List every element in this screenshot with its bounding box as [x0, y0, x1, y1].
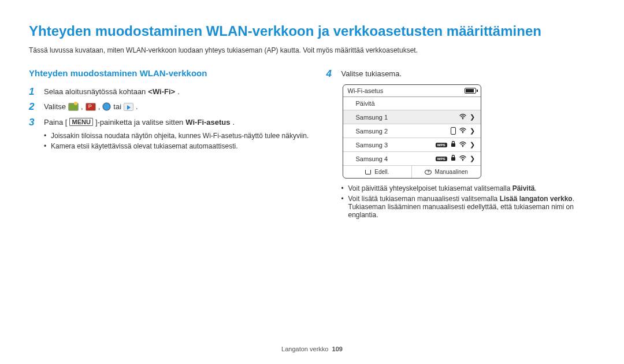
step4-text: Valitse tukiasema. — [341, 68, 596, 78]
wifi-icon — [459, 114, 466, 121]
step3-mid: ]-painiketta ja valitse sitten — [95, 118, 183, 127]
chevron-right-icon: ❯ — [470, 155, 475, 162]
ap-row-1-label: Samsung 1 — [356, 114, 388, 121]
chevron-right-icon: ❯ — [470, 141, 475, 148]
step-num-2: 2 — [29, 101, 38, 113]
svg-point-1 — [462, 132, 463, 133]
rb2-bold: Lisää langaton verkko — [500, 195, 573, 203]
step1-bold: <Wi-Fi> — [148, 87, 175, 96]
step2-mid2: , — [98, 102, 101, 111]
ap-row-4-label: Samsung 4 — [356, 155, 388, 162]
ap-row-3[interactable]: Samsung 3 WPS ❯ — [343, 138, 481, 152]
lock-icon — [451, 141, 456, 148]
step3-pre: Paina [ — [44, 118, 67, 127]
right-bullet-2: Voit lisätä tukiaseman manuaalisesti val… — [341, 195, 596, 219]
step2-mid3: tai — [113, 102, 121, 111]
ap-row-2-label: Samsung 2 — [356, 128, 388, 135]
wifi-icon — [459, 155, 466, 162]
back-label: Edell. — [374, 169, 389, 175]
ap-row-4[interactable]: Samsung 4 WPS ❯ — [343, 152, 481, 166]
svg-point-5 — [462, 159, 463, 161]
rb1-bold: Päivitä — [512, 184, 535, 192]
step-num-4: 4 — [326, 68, 336, 80]
refresh-label: Päivitä — [356, 100, 375, 107]
svg-point-0 — [462, 118, 463, 119]
chevron-right-icon: ❯ — [470, 113, 475, 121]
manual-label: Manuaalinen — [435, 169, 468, 175]
wifi-icon — [459, 142, 466, 148]
ap-refresh-row[interactable]: Päivitä — [343, 97, 481, 110]
ap-row-3-label: Samsung 3 — [356, 142, 388, 148]
svg-rect-4 — [451, 157, 455, 161]
page-title: Yhteyden muodostaminen WLAN-verkkoon ja … — [29, 23, 595, 39]
step1-suf: . — [177, 87, 180, 96]
ap-selection-panel: Wi-Fi-asetus Päivitä Samsung 1 ❯ Samsung… — [343, 84, 481, 179]
svg-point-3 — [462, 146, 463, 147]
right-bullet-1: Voit päivittää yhteyskelpoiset tukiasema… — [341, 184, 596, 192]
wps-icon: WPS — [436, 157, 447, 161]
ap-row-2[interactable]: Samsung 2 ❯ — [343, 124, 481, 138]
footer-page: 109 — [332, 346, 343, 352]
left-bullet-2: Kamera etsii käytettävissä olevat tukias… — [44, 142, 309, 150]
ap-row-1[interactable]: Samsung 1 ❯ — [343, 110, 481, 124]
panel-back-button[interactable]: Edell. — [343, 166, 413, 178]
back-icon — [365, 170, 371, 174]
chevron-right-icon: ❯ — [470, 127, 475, 135]
svg-rect-2 — [451, 143, 455, 147]
panel-title: Wi-Fi-asetus — [348, 87, 384, 94]
step2-suf: . — [136, 102, 138, 111]
wifi-icon — [459, 128, 466, 135]
step-num-1: 1 — [29, 86, 38, 98]
menu-button-icon: MENU — [69, 118, 92, 126]
intro-text: Tässä luvussa kuvataan, miten WLAN-verkk… — [29, 46, 595, 54]
step2-mid1: , — [81, 102, 83, 111]
rb1-suf: . — [534, 184, 536, 192]
globe-icon — [102, 102, 111, 111]
section-subhead: Yhteyden muodostaminen WLAN-verkkoon — [29, 68, 309, 78]
left-bullet-1: Joissakin tiloissa noudata näytön ohjeit… — [44, 132, 309, 140]
play-icon — [124, 103, 133, 111]
step3-suf: . — [233, 118, 235, 127]
panel-manual-button[interactable]: Manuaalinen — [412, 166, 481, 178]
scene-icon — [68, 103, 79, 111]
program-icon — [86, 103, 96, 111]
step2-pre: Valitse — [44, 102, 66, 111]
step3-bold: Wi-Fi-asetus — [185, 118, 230, 127]
lock-icon — [451, 155, 456, 162]
step-num-3: 3 — [29, 117, 38, 128]
rb2-pre: Voit lisätä tukiaseman manuaalisesti val… — [348, 195, 500, 203]
wps-icon: WPS — [436, 143, 447, 147]
battery-icon — [465, 88, 476, 94]
footer-section: Langaton verkko — [281, 346, 328, 352]
rb1-pre: Voit päivittää yhteyskelpoiset tukiasema… — [348, 184, 512, 192]
phone-icon — [451, 127, 456, 135]
step1-pre: Selaa aloitusnäytössä kohtaan — [44, 87, 146, 96]
page-footer: Langaton verkko 109 — [0, 346, 624, 352]
plus-icon — [425, 170, 432, 174]
